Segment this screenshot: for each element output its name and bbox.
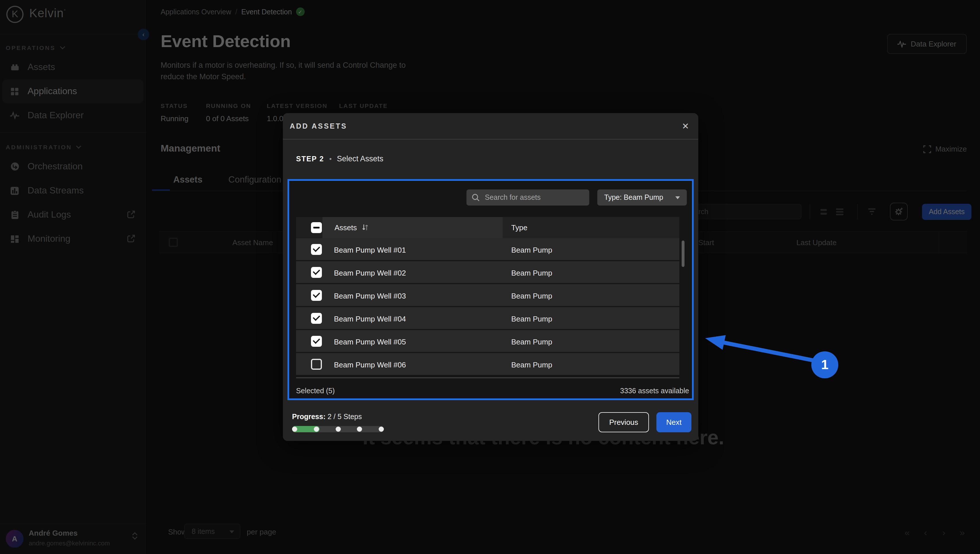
- progress-step-dot: [292, 426, 297, 432]
- asset-row[interactable]: Beam Pump Well #04Beam Pump: [296, 307, 679, 330]
- app-root: K Kelvin° OPERATIONSAssetsApplicationsDa…: [0, 0, 980, 554]
- assets-select-table: Assets Type Beam Pump Well #01Beam PumpB…: [296, 217, 679, 376]
- selected-count: Selected (5): [296, 387, 335, 395]
- step-indicator: STEP 2 • Select Assets: [296, 155, 383, 163]
- asset-row[interactable]: Beam Pump Well #01Beam Pump: [296, 238, 679, 261]
- horizontal-scrollbar[interactable]: [296, 377, 679, 378]
- add-assets-modal: ADD ASSETS ✕ STEP 2 • Select Assets Sear…: [283, 113, 698, 441]
- row-checkbox[interactable]: [311, 267, 322, 278]
- asset-row[interactable]: Beam Pump Well #02Beam Pump: [296, 261, 679, 284]
- asset-row[interactable]: Beam Pump Well #05Beam Pump: [296, 330, 679, 353]
- previous-button[interactable]: Previous: [598, 412, 649, 432]
- progress-bar: [292, 426, 384, 432]
- row-checkbox[interactable]: [311, 359, 322, 370]
- row-checkbox[interactable]: [311, 336, 322, 347]
- modal-title: ADD ASSETS: [290, 122, 347, 130]
- table-header-row: Assets Type: [296, 217, 679, 238]
- row-checkbox[interactable]: [311, 313, 322, 324]
- search-icon: [472, 193, 480, 201]
- select-all-checkbox[interactable]: [311, 222, 322, 233]
- progress-step-dot: [357, 426, 362, 432]
- progress-step-dot: [336, 426, 340, 432]
- close-icon[interactable]: ✕: [682, 121, 689, 131]
- progress-label: Progress: 2 / 5 Steps: [292, 413, 362, 421]
- next-button[interactable]: Next: [656, 412, 691, 432]
- chevron-down-icon: [675, 196, 680, 199]
- modal-header: ADD ASSETS ✕: [283, 113, 698, 139]
- asset-row[interactable]: Beam Pump Well #03Beam Pump: [296, 284, 679, 307]
- asset-row[interactable]: Beam Pump Well #06Beam Pump: [296, 353, 679, 376]
- progress-step-dot: [379, 426, 384, 432]
- row-checkbox[interactable]: [311, 244, 322, 255]
- type-filter-select[interactable]: Type: Beam Pump: [597, 190, 687, 206]
- row-checkbox[interactable]: [311, 290, 322, 301]
- asset-search-input[interactable]: Search for assets: [466, 190, 589, 206]
- vertical-scrollbar[interactable]: [682, 241, 684, 267]
- sort-icon[interactable]: [361, 224, 369, 231]
- annotation-step-badge: 1: [811, 351, 838, 378]
- asset-rows: Beam Pump Well #01Beam PumpBeam Pump Wel…: [296, 238, 679, 376]
- progress-step-dot: [314, 426, 319, 432]
- select-assets-panel: Search for assets Type: Beam Pump Assets…: [288, 179, 694, 400]
- available-count: 3336 assets available: [620, 387, 689, 395]
